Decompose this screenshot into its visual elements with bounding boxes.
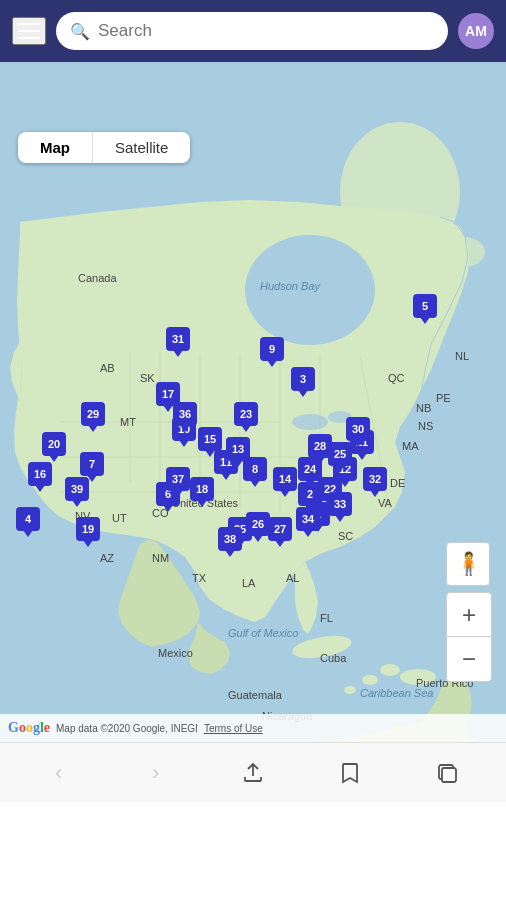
map-marker-m9[interactable]: 9 — [260, 337, 284, 361]
google-logo: Google — [8, 720, 50, 736]
map-marker-m37[interactable]: 37 — [166, 467, 190, 491]
svg-point-4 — [292, 414, 328, 430]
map-container[interactable]: Map Satellite — [0, 62, 506, 742]
avatar[interactable]: AM — [458, 13, 494, 49]
svg-point-10 — [362, 675, 378, 685]
bottom-nav: ‹ › — [0, 742, 506, 802]
share-button[interactable] — [231, 751, 275, 795]
bookmark-button[interactable] — [328, 751, 372, 795]
map-satellite-toggle: Map Satellite — [18, 132, 190, 163]
svg-point-3 — [245, 235, 375, 345]
back-button[interactable]: ‹ — [37, 751, 81, 795]
zoom-out-button[interactable]: − — [447, 637, 491, 681]
map-marker-m5[interactable]: 5 — [413, 294, 437, 318]
map-marker-m3[interactable]: 3 — [291, 367, 315, 391]
map-attribution: Google Map data ©2020 Google, INEGI Term… — [0, 714, 506, 742]
map-marker-m15[interactable]: 15 — [198, 427, 222, 451]
map-marker-m16[interactable]: 16 — [28, 462, 52, 486]
search-icon: 🔍 — [70, 22, 90, 41]
street-view-button[interactable]: 🧍 — [446, 542, 490, 586]
terms-of-use-link[interactable]: Terms of Use — [204, 723, 263, 734]
tabs-button[interactable] — [425, 751, 469, 795]
map-marker-m36[interactable]: 36 — [173, 402, 197, 426]
map-marker-m14[interactable]: 14 — [273, 467, 297, 491]
map-marker-m33[interactable]: 33 — [328, 492, 352, 516]
map-marker-m19[interactable]: 19 — [76, 517, 100, 541]
map-controls: 🧍 + − — [446, 542, 492, 682]
map-marker-m20[interactable]: 20 — [42, 432, 66, 456]
map-marker-m28[interactable]: 28 — [308, 434, 332, 458]
search-input[interactable] — [98, 21, 434, 41]
map-marker-m13[interactable]: 13 — [226, 437, 250, 461]
map-marker-m27[interactable]: 27 — [268, 517, 292, 541]
svg-point-9 — [380, 664, 400, 676]
map-data-text: Map data ©2020 Google, INEGI — [56, 723, 198, 734]
search-bar[interactable]: 🔍 — [56, 12, 448, 50]
header: 🔍 AM — [0, 0, 506, 62]
svg-point-8 — [400, 669, 436, 685]
satellite-tab[interactable]: Satellite — [93, 132, 190, 163]
map-marker-m30[interactable]: 30 — [346, 417, 370, 441]
map-marker-m23[interactable]: 23 — [234, 402, 258, 426]
forward-button[interactable]: › — [134, 751, 178, 795]
map-marker-m32[interactable]: 32 — [363, 467, 387, 491]
svg-rect-23 — [442, 768, 456, 782]
map-marker-m34[interactable]: 34 — [296, 507, 320, 531]
zoom-controls: + − — [446, 592, 492, 682]
map-marker-m18[interactable]: 18 — [190, 477, 214, 501]
map-tab[interactable]: Map — [18, 132, 92, 163]
map-marker-m38[interactable]: 38 — [218, 527, 242, 551]
map-marker-m39[interactable]: 39 — [65, 477, 89, 501]
map-marker-m29[interactable]: 29 — [81, 402, 105, 426]
svg-point-11 — [344, 686, 356, 694]
menu-button[interactable] — [12, 17, 46, 45]
zoom-in-button[interactable]: + — [447, 593, 491, 637]
map-marker-m7[interactable]: 7 — [80, 452, 104, 476]
map-marker-m4[interactable]: 4 — [16, 507, 40, 531]
map-marker-m31[interactable]: 31 — [166, 327, 190, 351]
